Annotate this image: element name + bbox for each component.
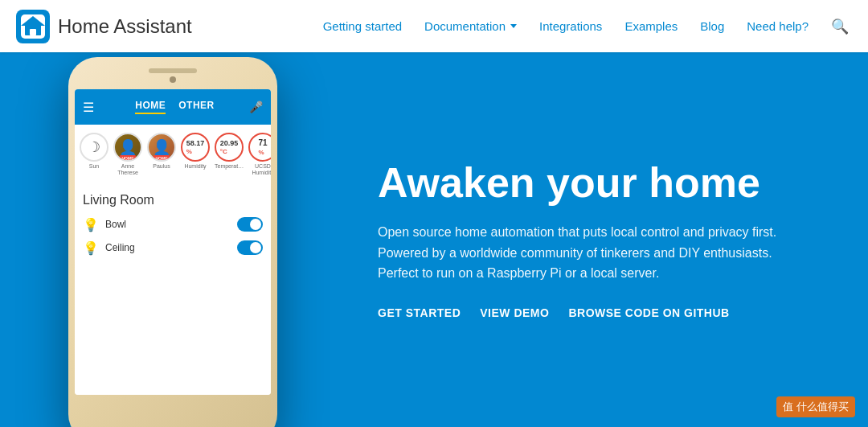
entity-label-temp: Temperat…: [215, 163, 244, 170]
nav-documentation[interactable]: Documentation: [424, 19, 517, 33]
entity-label-sun: Sun: [89, 163, 99, 170]
entity-circle-paulus: 👤 HOME: [147, 133, 176, 162]
room-title: Living Room: [83, 193, 263, 207]
phone-screen: ☰ HOME OTHER 🎤 ☽ Sun: [75, 89, 271, 395]
entity-label-paulus: Paulus: [153, 163, 170, 170]
hamburger-icon[interactable]: ☰: [83, 100, 94, 115]
entity-circle-sun: ☽: [80, 133, 108, 162]
hero-actions: GET STARTED VIEW DEMO BROWSE CODE ON GIT…: [378, 306, 820, 319]
hero-text: Awaken your home Open source home automa…: [346, 52, 868, 427]
svg-rect-4: [30, 29, 36, 35]
tab-other[interactable]: OTHER: [178, 100, 215, 114]
light-row-ceiling: 💡 Ceiling: [83, 240, 263, 256]
watermark: 值 什么值得买: [776, 396, 855, 417]
main-nav: Getting started Documentation Integratio…: [323, 18, 849, 35]
app-tabs: HOME OTHER: [100, 100, 249, 114]
entity-ucsd-humidity[interactable]: 71% UCSDHumidity: [248, 133, 271, 177]
app-topbar: ☰ HOME OTHER 🎤: [75, 89, 271, 125]
ceiling-light-icon: 💡: [83, 240, 99, 256]
entity-circle-humidity: 58.17%: [181, 133, 210, 162]
logo[interactable]: Home Assistant: [16, 10, 192, 43]
hero-section: ☰ HOME OTHER 🎤 ☽ Sun: [0, 52, 868, 427]
cta-view-demo[interactable]: VIEW DEMO: [480, 306, 549, 319]
entity-badge-paulus: HOME: [154, 155, 170, 162]
phone-outer: ☰ HOME OTHER 🎤 ☽ Sun: [68, 57, 277, 427]
header: Home Assistant Getting started Documenta…: [0, 0, 868, 52]
site-title: Home Assistant: [58, 15, 192, 38]
phone-camera: [170, 76, 176, 83]
entity-temp[interactable]: 20.95°C Temperat…: [215, 133, 244, 177]
ceiling-light-name: Ceiling: [105, 242, 231, 253]
phone-mockup-area: ☰ HOME OTHER 🎤 ☽ Sun: [0, 52, 346, 427]
nav-integrations[interactable]: Integrations: [539, 19, 602, 33]
entity-paulus[interactable]: 👤 HOME Paulus: [147, 133, 176, 177]
nav-blog[interactable]: Blog: [700, 19, 724, 33]
entity-humidity[interactable]: 58.17% Humidity: [181, 133, 210, 177]
entity-circle-temp: 20.95°C: [215, 133, 244, 162]
entities-row: ☽ Sun 👤 HOME AnneTherese �: [75, 125, 271, 185]
entity-label-humidity: Humidity: [184, 163, 206, 170]
phone-speaker: [149, 68, 197, 73]
entity-anne[interactable]: 👤 HOME AnneTherese: [113, 133, 142, 177]
hero-title: Awaken your home: [378, 160, 820, 206]
entity-label-anne: AnneTherese: [117, 163, 138, 177]
light-row-bowl: 💡 Bowl: [83, 217, 263, 232]
cta-github[interactable]: BROWSE CODE ON GITHUB: [568, 306, 729, 319]
logo-icon: [16, 10, 50, 43]
hero-description: Open source home automation that puts lo…: [378, 222, 780, 284]
bowl-toggle[interactable]: [237, 217, 263, 232]
nav-getting-started[interactable]: Getting started: [323, 19, 402, 33]
bowl-light-name: Bowl: [105, 219, 231, 230]
room-section: Living Room 💡 Bowl 💡 Ceiling: [75, 185, 271, 395]
documentation-dropdown-icon: [510, 24, 517, 28]
cta-get-started[interactable]: GET STARTED: [378, 306, 461, 319]
entity-circle-anne: 👤 HOME: [113, 133, 142, 162]
nav-need-help[interactable]: Need help?: [747, 19, 809, 33]
ceiling-toggle[interactable]: [237, 240, 263, 255]
search-icon[interactable]: 🔍: [831, 18, 849, 35]
tab-home[interactable]: HOME: [135, 100, 166, 114]
entity-badge-anne: HOME: [120, 155, 137, 162]
entity-circle-ucsd-humidity: 71%: [248, 133, 271, 162]
entity-sun[interactable]: ☽ Sun: [80, 133, 108, 177]
mic-icon[interactable]: 🎤: [249, 101, 263, 113]
entity-label-ucsd-humidity: UCSDHumidity: [252, 163, 271, 177]
nav-examples[interactable]: Examples: [624, 19, 678, 33]
bowl-light-icon: 💡: [83, 217, 99, 232]
